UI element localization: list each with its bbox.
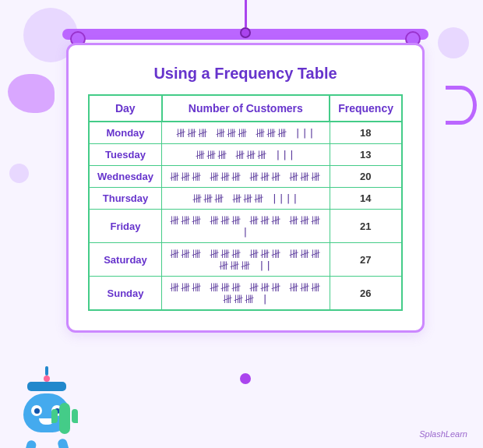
- freq-cell: 18: [330, 122, 402, 144]
- freq-cell: 20: [330, 166, 402, 188]
- robot-pupil-left: [34, 408, 40, 414]
- table-row: Tuesday 𝍸𝍸𝍸 𝍸𝍸𝍸 ||| 13: [89, 144, 402, 166]
- wire-line: [245, 0, 247, 27]
- robot-head: [27, 382, 66, 391]
- col-header-frequency: Frequency: [330, 95, 402, 122]
- cactus-decoration: [56, 391, 73, 434]
- freq-cell: 21: [330, 210, 402, 243]
- tally-cell: 𝍸𝍸𝍸 𝍸𝍸𝍸 𝍸𝍸𝍸 𝍸𝍸𝍸 𝍸𝍸𝍸 ||: [162, 243, 330, 277]
- watermark: SplashLearn: [419, 429, 467, 439]
- bottom-dot: [240, 373, 251, 384]
- day-cell: Sunday: [89, 277, 162, 311]
- table-row: Monday 𝍸𝍸𝍸 𝍸𝍸𝍸 𝍸𝍸𝍸 ||| 18: [89, 122, 402, 144]
- robot-eye-left: [31, 405, 42, 416]
- robot-arm-left: [22, 439, 37, 448]
- bg-decoration-3: [9, 164, 29, 183]
- frequency-table: Day Number of Customers Frequency Monday…: [88, 94, 403, 311]
- cactus-arm-right: [72, 409, 78, 423]
- freq-cell: 27: [330, 243, 402, 277]
- deco-curl: [446, 86, 477, 125]
- tally-cell: 𝍸𝍸𝍸 𝍸𝍸𝍸 |||: [162, 144, 330, 166]
- freq-cell: 14: [330, 188, 402, 210]
- board-container: Using a Frequency Table Day Number of Cu…: [66, 43, 425, 370]
- freq-cell: 26: [330, 277, 402, 311]
- day-cell: Tuesday: [89, 144, 162, 166]
- cactus-arm-left: [51, 409, 58, 423]
- board-frame: Using a Frequency Table Day Number of Cu…: [66, 43, 425, 333]
- table-row: Saturday 𝍸𝍸𝍸 𝍸𝍸𝍸 𝍸𝍸𝍸 𝍸𝍸𝍸 𝍸𝍸𝍸 || 27: [89, 243, 402, 277]
- board-title: Using a Frequency Table: [88, 65, 403, 83]
- freq-cell: 13: [330, 144, 402, 166]
- col-header-day: Day: [89, 95, 162, 122]
- table-row: Sunday 𝍸𝍸𝍸 𝍸𝍸𝍸 𝍸𝍸𝍸 𝍸𝍸𝍸 𝍸𝍸𝍸 | 26: [89, 277, 402, 311]
- day-cell: Saturday: [89, 243, 162, 277]
- tally-cell: 𝍸𝍸𝍸 𝍸𝍸𝍸 𝍸𝍸𝍸 𝍸𝍸𝍸 𝍸𝍸𝍸 |: [162, 277, 330, 311]
- col-header-customers: Number of Customers: [162, 95, 330, 122]
- day-cell: Monday: [89, 122, 162, 144]
- table-row: Friday 𝍸𝍸𝍸 𝍸𝍸𝍸 𝍸𝍸𝍸 𝍸𝍸𝍸 | 21: [89, 210, 402, 243]
- hanger-wire: [240, 0, 251, 38]
- wire-ball: [240, 27, 251, 38]
- tally-cell: 𝍸𝍸𝍸 𝍸𝍸𝍸 ||||: [162, 188, 330, 210]
- deco-purple-blob: [8, 74, 55, 113]
- tally-cell: 𝍸𝍸𝍸 𝍸𝍸𝍸 𝍸𝍸𝍸 |||: [162, 122, 330, 144]
- robot-antenna-ball: [44, 376, 50, 382]
- day-cell: Wednesday: [89, 166, 162, 188]
- bg-decoration-2: [438, 27, 469, 58]
- day-cell: Thursday: [89, 188, 162, 210]
- tally-cell: 𝍸𝍸𝍸 𝍸𝍸𝍸 𝍸𝍸𝍸 𝍸𝍸𝍸: [162, 166, 330, 188]
- table-row: Wednesday 𝍸𝍸𝍸 𝍸𝍸𝍸 𝍸𝍸𝍸 𝍸𝍸𝍸 20: [89, 166, 402, 188]
- day-cell: Friday: [89, 210, 162, 243]
- tally-cell: 𝍸𝍸𝍸 𝍸𝍸𝍸 𝍸𝍸𝍸 𝍸𝍸𝍸 |: [162, 210, 330, 243]
- cactus-body: [59, 403, 70, 434]
- robot-antenna: [45, 366, 48, 376]
- table-row: Thursday 𝍸𝍸𝍸 𝍸𝍸𝍸 |||| 14: [89, 188, 402, 210]
- robot-arm-right: [57, 438, 71, 448]
